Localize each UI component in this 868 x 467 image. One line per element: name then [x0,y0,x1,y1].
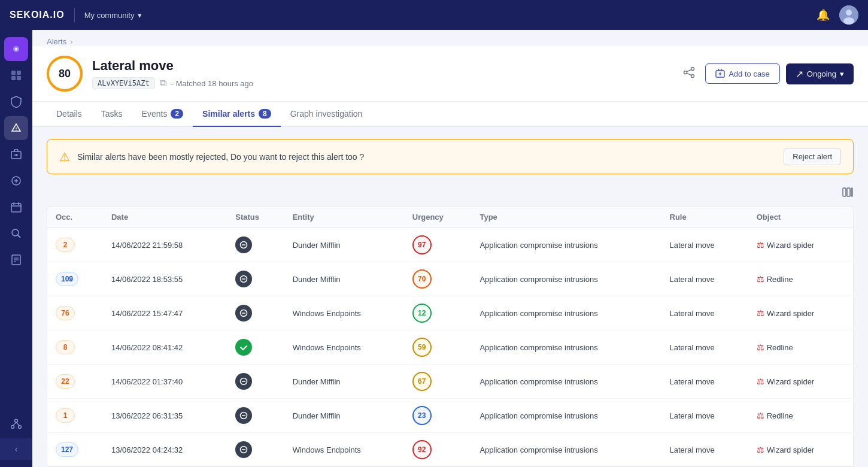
sidebar-icon-dashboard[interactable] [4,63,28,87]
col-urgency: Urgency [404,207,472,228]
cell-object: ⚖Wizard spider [748,296,853,330]
cell-date: 14/06/2022 18:53:55 [103,262,227,296]
community-selector[interactable]: My community ▾ [84,11,142,20]
cell-entity: Windows Endpoints [284,296,404,330]
sidebar-icon-cases[interactable] [4,142,28,166]
cell-object: ⚖Wizard spider [748,433,853,467]
alert-title-area: Lateral move ALvXYEVi5AZt ⧉ - Matched 18… [92,58,669,89]
sidebar: ‹ [0,30,32,467]
cell-type: Application compromise intrusions [471,296,661,330]
sidebar-icon-reports[interactable] [4,248,28,272]
table-row[interactable]: 113/06/2022 06:31:35Dunder Mifflin23Appl… [47,399,853,433]
sidebar-icon-intel[interactable] [4,169,28,193]
ongoing-status-button[interactable]: ↗ Ongoing ▾ [786,63,854,84]
ongoing-label: Ongoing [807,69,836,78]
sidebar-icon-shield[interactable] [4,90,28,114]
svg-point-1 [846,10,852,16]
breadcrumb-alerts-link[interactable]: Alerts [47,37,66,46]
community-chevron: ▾ [138,11,142,20]
cell-rule: Lateral move [661,365,748,399]
object-icon: ⚖ [757,411,764,420]
sidebar-bottom [4,412,28,436]
table-row[interactable]: 10914/06/2022 18:53:55Dunder Mifflin70Ap… [47,262,853,296]
svg-rect-8 [17,76,21,80]
object-icon: ⚖ [757,274,764,284]
add-to-case-button[interactable]: Add to case [705,63,780,84]
matched-time: - Matched 18 hours ago [171,79,253,88]
tab-graph-investigation[interactable]: Graph investigation [281,102,372,127]
cell-occ: 127 [47,433,103,467]
cell-occ: 1 [47,399,103,433]
cell-occ: 22 [47,365,103,399]
table-row[interactable]: 12713/06/2022 04:24:32Windows Endpoints9… [47,433,853,467]
col-object: Object [748,207,853,228]
cell-entity: Dunder Mifflin [284,365,404,399]
object-icon: ⚖ [757,445,764,454]
tab-events[interactable]: Events2 [132,102,193,127]
svg-line-29 [16,423,19,426]
cell-urgency: 12 [404,296,472,330]
svg-point-30 [684,71,687,74]
cell-date: 13/06/2022 04:24:32 [103,433,227,467]
cell-status [227,296,284,330]
cell-rule: Lateral move [661,330,748,365]
cell-entity: Dunder Mifflin [284,399,404,433]
cell-type: Application compromise intrusions [471,262,661,296]
tab-details[interactable]: Details [47,102,92,127]
col-occ: Occ. [47,207,103,228]
table-row[interactable]: 814/06/2022 08:41:42Windows Endpoints59A… [47,330,853,365]
sidebar-collapse-button[interactable]: ‹ [0,438,32,460]
cell-urgency: 92 [404,433,472,467]
svg-rect-15 [11,204,21,212]
cell-entity: Windows Endpoints [284,433,404,467]
app-logo: SEKOIA.IO [10,10,65,20]
svg-point-10 [16,130,16,131]
cell-rule: Lateral move [661,296,748,330]
tab-similar-alerts[interactable]: Similar alerts8 [193,102,281,127]
cell-urgency: 59 [404,330,472,365]
status-arrow-icon: ↗ [796,68,803,80]
sidebar-icon-home[interactable] [4,37,28,61]
tab-tasks[interactable]: Tasks [92,102,132,127]
table-row[interactable]: 2214/06/2022 01:37:40Dunder Mifflin67App… [47,365,853,399]
svg-rect-7 [11,76,16,80]
rejection-banner: ⚠ Similar alerts have been mostly reject… [47,139,854,174]
table-row[interactable]: 7614/06/2022 15:47:47Windows Endpoints12… [47,296,853,330]
user-avatar[interactable] [839,5,858,25]
cell-rule: Lateral move [661,399,748,433]
table-row[interactable]: 214/06/2022 21:59:58Dunder Mifflin97Appl… [47,228,853,262]
topnav: SEKOIA.IO My community ▾ 🔔 [0,0,868,30]
sidebar-icon-search[interactable] [4,222,28,245]
cell-urgency: 67 [404,365,472,399]
svg-rect-6 [17,71,21,75]
tab-badge: 2 [171,109,183,119]
alert-header: 80 Lateral move ALvXYEVi5AZt ⧉ - Matched… [32,46,868,102]
svg-rect-38 [843,188,846,196]
content-area: ⚠ Similar alerts have been mostly reject… [32,127,868,467]
alert-actions: Add to case ↗ Ongoing ▾ [679,62,854,86]
community-label: My community [84,11,135,20]
sidebar-icon-calendar[interactable] [4,195,28,219]
tab-badge: 8 [259,109,271,119]
svg-point-26 [11,426,14,429]
cell-object: ⚖Redline [748,330,853,365]
svg-point-27 [19,426,22,429]
col-date: Date [103,207,227,228]
svg-line-33 [687,69,691,72]
alerts-table: Occ.DateStatusEntityUrgencyTypeRuleObjec… [47,206,854,467]
columns-toggle-button[interactable] [842,186,854,201]
collapse-icon: ‹ [15,444,18,454]
cell-occ: 76 [47,296,103,330]
sidebar-icon-graph[interactable] [4,412,28,436]
notification-bell-icon[interactable]: 🔔 [817,8,830,22]
share-button[interactable] [679,62,699,86]
cell-date: 14/06/2022 08:41:42 [103,330,227,365]
svg-rect-40 [851,188,852,196]
reject-alert-button[interactable]: Reject alert [784,148,841,165]
copy-id-button[interactable]: ⧉ [160,78,166,89]
breadcrumb-separator: › [70,37,72,46]
cell-occ: 2 [47,228,103,262]
sidebar-icon-alerts[interactable] [4,116,28,140]
cell-occ: 8 [47,330,103,365]
cell-object: ⚖Wizard spider [748,228,853,262]
